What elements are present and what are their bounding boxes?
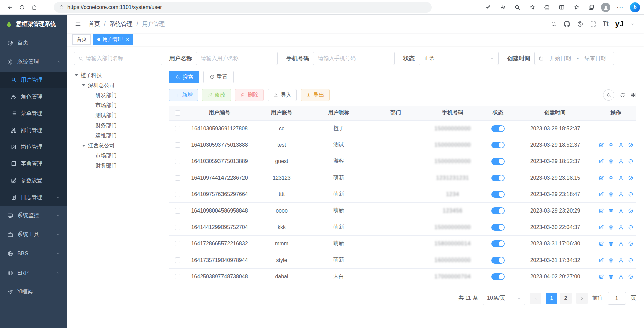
user-avatar-logo[interactable]: yJ (615, 20, 624, 28)
status-toggle[interactable] (491, 158, 505, 165)
row-checkbox[interactable] (175, 126, 180, 131)
close-icon[interactable]: × (126, 37, 129, 42)
delete-row-button[interactable] (608, 257, 614, 263)
delete-row-button[interactable] (608, 274, 614, 279)
delete-row-button[interactable] (608, 225, 614, 230)
tree-node[interactable]: 市场部门 (74, 151, 162, 161)
reset-password-button[interactable] (618, 192, 624, 197)
tree-node[interactable]: 运维部门 (74, 131, 162, 141)
status-toggle[interactable] (491, 125, 505, 132)
toggle-columns-button[interactable] (630, 92, 636, 98)
dept-search-box[interactable]: 请输入部门名称 (74, 52, 162, 65)
page-button-1[interactable]: 1 (546, 293, 557, 304)
tree-node[interactable]: 江西总公司 (74, 141, 162, 151)
assign-role-button[interactable] (628, 208, 633, 214)
sidebar-item-log-management[interactable]: 日志管理 (0, 189, 67, 206)
breadcrumb-item[interactable]: 系统管理 (110, 20, 133, 28)
status-toggle[interactable] (491, 273, 505, 280)
next-page-button[interactable] (576, 293, 588, 304)
assign-role-button[interactable] (628, 175, 633, 181)
edit-row-button[interactable] (599, 241, 604, 246)
browser-refresh-button[interactable] (16, 2, 28, 13)
read-aloud-icon[interactable] (498, 2, 508, 13)
row-checkbox[interactable] (175, 257, 180, 263)
export-button[interactable]: 导出 (301, 89, 330, 101)
delete-row-button[interactable] (608, 241, 614, 246)
page-button-2[interactable]: 2 (560, 293, 572, 304)
status-toggle[interactable] (491, 240, 505, 247)
edit-row-button[interactable] (599, 225, 604, 230)
help-button[interactable] (577, 21, 583, 27)
delete-button[interactable]: 删除 (235, 89, 264, 101)
select-all-checkbox[interactable] (175, 110, 180, 116)
fullscreen-button[interactable] (590, 21, 596, 27)
assign-role-button[interactable] (628, 159, 633, 164)
refresh-table-button[interactable] (620, 92, 625, 98)
tab-user-management[interactable]: 用户管理× (93, 34, 133, 45)
status-toggle[interactable] (491, 224, 505, 231)
row-checkbox[interactable] (175, 192, 180, 197)
copilot-icon[interactable]: b (630, 2, 640, 12)
reset-password-button[interactable] (618, 208, 624, 214)
delete-row-button[interactable] (608, 208, 614, 214)
sidebar-toggle-button[interactable] (72, 18, 84, 30)
tree-node[interactable]: 测试部门 (74, 110, 162, 121)
sidebar-item-post-management[interactable]: 岗位管理 (0, 139, 67, 155)
reset-password-button[interactable] (618, 241, 624, 246)
favorites-bar-icon[interactable] (572, 2, 582, 13)
status-toggle[interactable] (491, 142, 505, 148)
row-checkbox[interactable] (175, 159, 180, 164)
sidebar-item-param-settings[interactable]: 参数设置 (0, 172, 67, 189)
assign-role-button[interactable] (628, 257, 633, 263)
assign-role-button[interactable] (628, 225, 633, 230)
reset-password-button[interactable] (618, 175, 624, 181)
delete-row-button[interactable] (608, 142, 614, 148)
edit-button[interactable]: 修改 (202, 89, 231, 101)
sidebar-item-dict-management[interactable]: 字典管理 (0, 155, 67, 172)
row-checkbox[interactable] (175, 274, 180, 279)
font-size-button[interactable]: Tt (603, 20, 609, 28)
extensions-icon[interactable] (542, 2, 552, 13)
import-button[interactable]: 导入 (268, 89, 297, 101)
assign-role-button[interactable] (628, 274, 633, 279)
chevron-down-icon[interactable] (630, 22, 635, 26)
tree-node[interactable]: 市场部门 (74, 100, 162, 110)
reset-button[interactable]: 重置 (203, 71, 234, 83)
status-select[interactable]: 正常 (419, 52, 499, 65)
row-checkbox[interactable] (175, 241, 180, 246)
sidebar-item-system-management[interactable]: 系统管理 (0, 52, 67, 72)
assign-role-button[interactable] (628, 241, 633, 246)
assign-role-button[interactable] (628, 142, 633, 148)
page-size-select[interactable]: 10条/页 (483, 292, 525, 305)
breadcrumb-item[interactable]: 首页 (89, 20, 100, 28)
header-search-button[interactable] (551, 21, 557, 27)
edit-row-button[interactable] (599, 192, 604, 197)
edit-row-button[interactable] (599, 142, 604, 148)
status-toggle[interactable] (491, 175, 505, 181)
edit-row-button[interactable] (599, 159, 604, 164)
sidebar-item-yi-framework[interactable]: Yi框架 (0, 282, 67, 301)
row-checkbox[interactable] (175, 225, 180, 230)
toggle-search-button[interactable] (603, 89, 614, 101)
row-checkbox[interactable] (175, 208, 180, 214)
created-daterange[interactable]: 开始日期 - 结束日期 (534, 52, 614, 65)
edit-row-button[interactable] (599, 175, 604, 181)
add-button[interactable]: 新增 (169, 89, 198, 101)
profile-avatar[interactable] (601, 3, 610, 12)
tree-node[interactable]: 财务部门 (74, 161, 162, 171)
tree-node[interactable]: 深圳总公司 (74, 80, 162, 90)
delete-row-button[interactable] (608, 192, 614, 197)
status-toggle[interactable] (491, 207, 505, 214)
split-screen-icon[interactable] (557, 2, 567, 13)
tab-home[interactable]: 首页 (72, 34, 91, 45)
status-toggle[interactable] (491, 191, 505, 198)
sidebar-item-erp[interactable]: ERP (0, 263, 67, 282)
delete-row-button[interactable] (608, 175, 614, 181)
password-key-icon[interactable] (483, 2, 493, 13)
browser-home-button[interactable] (28, 2, 40, 13)
reset-password-button[interactable] (618, 142, 624, 148)
phone-input[interactable] (313, 52, 395, 65)
tree-node[interactable]: 研发部门 (74, 90, 162, 100)
delete-row-button[interactable] (608, 159, 614, 164)
status-toggle[interactable] (491, 257, 505, 264)
